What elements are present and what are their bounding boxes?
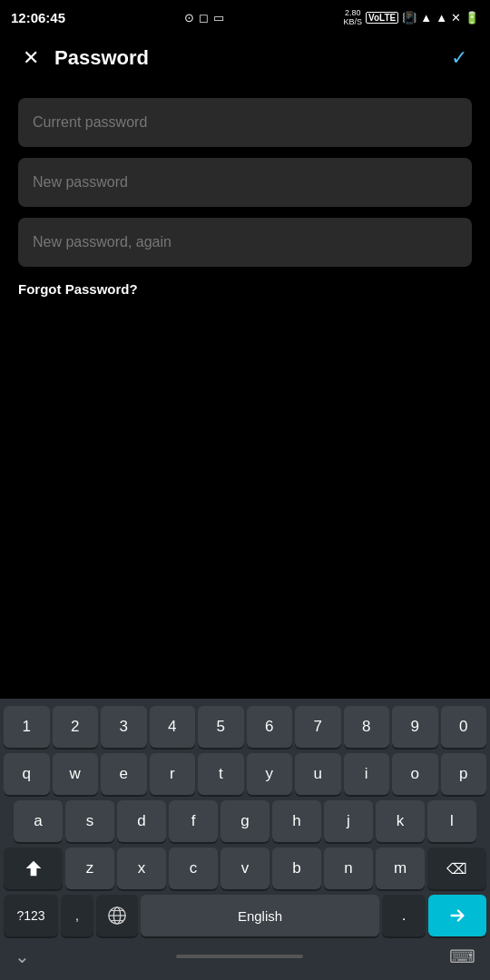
key-t[interactable]: t xyxy=(198,753,244,795)
status-time: 12:06:45 xyxy=(11,10,65,25)
key-b[interactable]: b xyxy=(272,848,321,889)
current-password-input[interactable] xyxy=(18,98,472,147)
keyboard-collapse-button[interactable]: ⌄ xyxy=(15,946,30,967)
status-icons: ⊙ ◻ ▭ xyxy=(184,11,224,24)
key-2[interactable]: 2 xyxy=(53,706,99,748)
key-1[interactable]: 1 xyxy=(4,706,50,748)
key-o[interactable]: o xyxy=(392,753,438,795)
instagram-icon: ◻ xyxy=(199,11,209,24)
confirm-button[interactable]: ✓ xyxy=(443,42,475,74)
key-r[interactable]: r xyxy=(150,753,196,795)
key-i[interactable]: i xyxy=(344,753,390,795)
forgot-password-link[interactable]: Forgot Password? xyxy=(18,281,472,297)
key-l[interactable]: l xyxy=(427,800,476,842)
keyboard-row-qwerty: q w e r t y u i o p xyxy=(4,753,486,795)
key-e[interactable]: e xyxy=(101,753,147,795)
keyboard: 1 2 3 4 5 6 7 8 9 0 q w e r t y u i o p … xyxy=(0,699,490,980)
messenger-icon: ⊙ xyxy=(184,11,194,24)
key-g[interactable]: g xyxy=(220,800,270,842)
key-h[interactable]: h xyxy=(272,800,321,842)
signal-icon: ▲ xyxy=(436,11,447,24)
spacer xyxy=(0,311,490,511)
key-c[interactable]: c xyxy=(169,848,218,889)
volte-badge: VoLTE xyxy=(366,12,398,24)
shift-key[interactable] xyxy=(4,848,63,889)
key-7[interactable]: 7 xyxy=(295,706,341,748)
key-s[interactable]: s xyxy=(65,800,114,842)
key-q[interactable]: q xyxy=(4,753,50,795)
symbols-key[interactable]: ?123 xyxy=(4,895,58,936)
key-x[interactable]: x xyxy=(117,848,166,889)
keyboard-layout-button[interactable]: ⌨ xyxy=(449,946,475,967)
comma-key[interactable]: , xyxy=(61,895,93,936)
key-u[interactable]: u xyxy=(295,753,341,795)
key-k[interactable]: k xyxy=(376,800,425,842)
key-f[interactable]: f xyxy=(169,800,218,842)
key-3[interactable]: 3 xyxy=(101,706,147,748)
key-v[interactable]: v xyxy=(220,848,270,889)
speed-value: 2.80 xyxy=(345,8,361,17)
new-password-input[interactable] xyxy=(18,158,472,207)
home-bar xyxy=(176,955,303,958)
battery-icon: 🔋 xyxy=(465,11,479,24)
close-button[interactable]: ✕ xyxy=(15,42,47,74)
status-right: 2.80 KB/S VoLTE 📳 ▲ ▲ ✕ 🔋 xyxy=(344,8,479,26)
page-title: Password xyxy=(47,46,443,70)
speed-unit: KB/S xyxy=(344,17,363,26)
enter-key[interactable] xyxy=(428,895,486,936)
keyboard-row-zxcv: z x c v b n m ⌫ xyxy=(4,848,486,889)
key-8[interactable]: 8 xyxy=(344,706,390,748)
key-m[interactable]: m xyxy=(376,848,425,889)
key-d[interactable]: d xyxy=(117,800,166,842)
keyboard-row-asdf: a s d f g h j k l xyxy=(4,800,486,842)
no-signal-icon: ✕ xyxy=(451,11,461,24)
key-p[interactable]: p xyxy=(441,753,487,795)
form-area: Forgot Password? xyxy=(0,83,490,311)
keyboard-bottom-row: ?123 , English . xyxy=(4,895,486,936)
space-key[interactable]: English xyxy=(141,895,379,936)
key-n[interactable]: n xyxy=(324,848,373,889)
vibrate-icon: 📳 xyxy=(402,11,416,24)
key-z[interactable]: z xyxy=(65,848,114,889)
wifi-icon: ▲ xyxy=(420,11,432,24)
period-key[interactable]: . xyxy=(382,895,426,936)
keyboard-bottom-bar: ⌄ ⌨ xyxy=(4,940,486,976)
globe-key[interactable] xyxy=(96,895,138,936)
keyboard-row-numbers: 1 2 3 4 5 6 7 8 9 0 xyxy=(4,706,486,748)
key-0[interactable]: 0 xyxy=(441,706,487,748)
new-password-again-input[interactable] xyxy=(18,218,472,267)
key-a[interactable]: a xyxy=(14,800,63,842)
key-4[interactable]: 4 xyxy=(150,706,196,748)
header: ✕ Password ✓ xyxy=(0,33,490,83)
key-w[interactable]: w xyxy=(53,753,99,795)
key-9[interactable]: 9 xyxy=(392,706,438,748)
key-6[interactable]: 6 xyxy=(247,706,293,748)
status-bar: 12:06:45 ⊙ ◻ ▭ 2.80 KB/S VoLTE 📳 ▲ ▲ ✕ 🔋 xyxy=(0,0,490,33)
tablet-icon: ▭ xyxy=(213,11,224,24)
key-y[interactable]: y xyxy=(247,753,293,795)
backspace-key[interactable]: ⌫ xyxy=(427,848,486,889)
key-5[interactable]: 5 xyxy=(198,706,244,748)
key-j[interactable]: j xyxy=(324,800,373,842)
